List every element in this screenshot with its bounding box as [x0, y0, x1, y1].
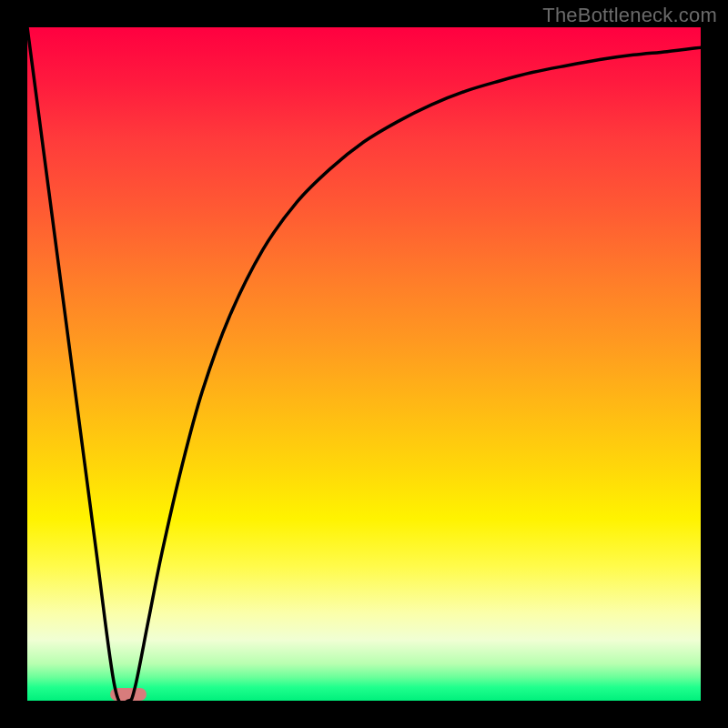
chart-frame: TheBottleneck.com: [0, 0, 728, 728]
bottleneck-curve: [27, 27, 701, 701]
curve-svg: [27, 27, 701, 701]
watermark-text: TheBottleneck.com: [542, 4, 717, 27]
plot-area: [27, 27, 701, 701]
